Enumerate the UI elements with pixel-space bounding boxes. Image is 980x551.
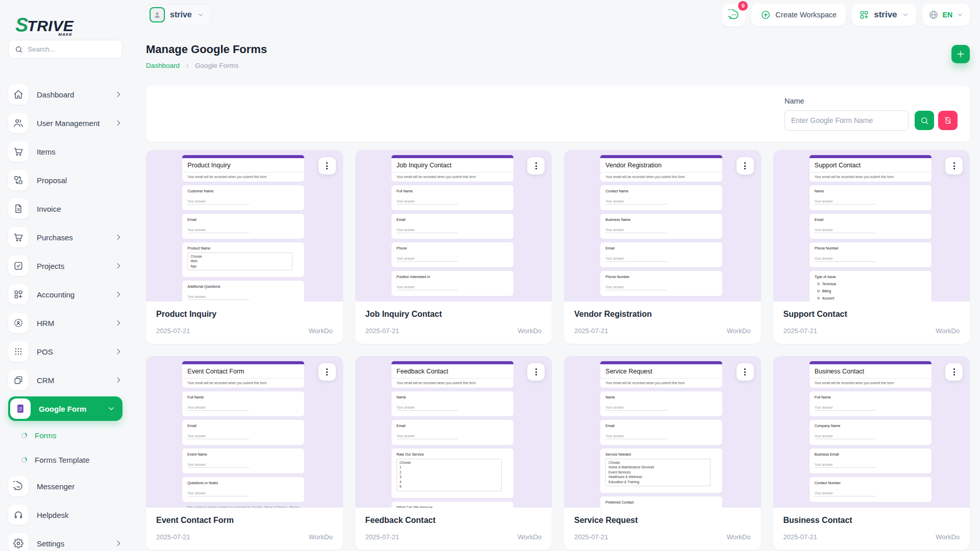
chevron-right-icon xyxy=(114,233,122,241)
form-preview[interactable]: Event Contact FormYour email will be rec… xyxy=(146,356,343,508)
sidebar-item-helpdesk[interactable]: Helpdesk xyxy=(8,500,122,529)
sidebar-item-settings[interactable]: Settings xyxy=(8,529,122,551)
card-options-button[interactable] xyxy=(945,363,963,381)
gform-field-label: Company Name xyxy=(815,424,926,428)
sidebar-item-google-form[interactable]: Google Form xyxy=(8,396,122,421)
card-owner: WorkDo xyxy=(518,533,542,541)
sidebar-subitem-forms-template[interactable]: Forms Template xyxy=(8,447,122,472)
language-select[interactable]: EN xyxy=(922,4,970,26)
chevron-right-icon xyxy=(114,90,122,98)
form-card-event-contact-form: Event Contact FormYour email will be rec… xyxy=(146,356,343,550)
form-preview[interactable]: Business ContactYour email will be recor… xyxy=(773,356,970,508)
card-options-button[interactable] xyxy=(318,363,336,381)
card-date: 2025-07-21 xyxy=(783,327,818,335)
sidebar-icon-box xyxy=(8,533,29,551)
gform-sheet: Service RequestYour email will be record… xyxy=(600,361,722,508)
sidebar-item-items[interactable]: Items xyxy=(8,137,122,166)
form-preview[interactable]: Feedback ContactYour email will be recor… xyxy=(355,356,552,508)
breadcrumb-separator-icon xyxy=(184,63,190,69)
breadcrumb-dashboard-link[interactable]: Dashboard xyxy=(146,62,180,69)
gform-field-label: Email xyxy=(187,218,299,221)
sidebar-item-label: POS xyxy=(37,347,114,356)
gform-field-label: Full Name xyxy=(187,395,299,399)
create-workspace-button[interactable]: Create Workspace xyxy=(751,4,846,26)
sidebar-item-hrm[interactable]: HRM xyxy=(8,309,122,337)
card-footer: Job Inquiry Contact2025-07-21WorkDo xyxy=(355,302,552,344)
gform-email-note: Your email will be recorded when you sub… xyxy=(391,172,513,182)
gform-radio-option: Billing xyxy=(817,289,926,293)
sidebar-item-messenger[interactable]: Messenger xyxy=(8,472,122,500)
card-options-button[interactable] xyxy=(737,157,754,174)
sidebar-item-user-management[interactable]: User Management xyxy=(8,109,122,137)
sidebar-item-dashboard[interactable]: Dashboard xyxy=(8,80,122,109)
search-input[interactable] xyxy=(28,45,118,53)
topbar: strive 0 Create Workspace strive xyxy=(131,0,980,30)
sidebar-item-accounting[interactable]: Accounting xyxy=(8,280,122,309)
gform-answer-placeholder: Your answer xyxy=(815,199,876,205)
gform-select-option: 5 xyxy=(400,484,499,489)
gform-answer-placeholder: Your answer xyxy=(187,463,249,468)
card-options-button[interactable] xyxy=(318,157,336,174)
gform-answer-placeholder: Your answer xyxy=(187,228,249,233)
gform-answer-placeholder: Your answer xyxy=(187,491,249,496)
card-options-button[interactable] xyxy=(737,363,754,381)
gform-email-note: Your email will be recorded when you sub… xyxy=(810,379,932,388)
gform-select-option: 3 xyxy=(400,474,499,479)
gform-field-label: Name xyxy=(815,189,926,193)
form-card-job-inquiry-contact: Job Inquiry ContactYour email will be re… xyxy=(355,150,552,344)
form-preview[interactable]: Product InquiryYour email will be record… xyxy=(146,150,343,302)
chevron-right-icon xyxy=(114,290,122,298)
sidebar-subitem-forms[interactable]: Forms xyxy=(8,423,122,447)
gform-sheet: Business ContactYour email will be recor… xyxy=(810,361,932,506)
form-name-input[interactable] xyxy=(785,110,909,131)
home-icon xyxy=(13,89,23,99)
card-date: 2025-07-21 xyxy=(156,533,190,541)
gform-field: NameYour answer xyxy=(810,185,932,210)
gform-field-label: Email xyxy=(187,424,299,428)
card-footer: Product Inquiry2025-07-21WorkDo xyxy=(146,302,343,344)
gform-field-label: Business Name xyxy=(605,218,717,221)
gform-select-option: Choose xyxy=(608,460,707,465)
sidebar-item-label: Invoice xyxy=(37,205,122,213)
workspace-chip[interactable]: strive xyxy=(146,4,212,26)
gform-sheet: Job Inquiry ContactYour email will be re… xyxy=(391,155,513,299)
sidebar-item-label: Settings xyxy=(37,539,114,548)
chevron-right-icon xyxy=(114,119,122,127)
sidebar-item-crm[interactable]: CRM xyxy=(8,366,122,394)
add-form-button[interactable] xyxy=(951,45,970,63)
sidebar-item-projects[interactable]: Projects xyxy=(8,252,122,280)
card-owner: WorkDo xyxy=(936,327,960,335)
gform-field: EmailYour answer xyxy=(600,420,722,445)
gform-select-option: Choose xyxy=(190,254,289,259)
gform-header-block: Business ContactYour email will be recor… xyxy=(810,361,932,388)
workspace-select[interactable]: strive xyxy=(852,4,916,26)
gear-icon xyxy=(13,538,23,548)
card-options-button[interactable] xyxy=(945,157,963,174)
filter-search-button[interactable] xyxy=(915,111,934,130)
sidebar-item-proposal[interactable]: Proposal xyxy=(8,166,122,194)
gform-field: Contact NumberYour answer xyxy=(810,477,932,502)
filter-clear-button[interactable] xyxy=(938,111,958,130)
app-root: STRIVE MAKE DashboardUser ManagementItem… xyxy=(0,0,980,551)
sidebar-item-purchases[interactable]: Purchases xyxy=(8,223,122,252)
sidebar-subitem-label: Forms Template xyxy=(35,456,89,464)
sidebar-icon-box xyxy=(8,476,29,496)
card-options-button[interactable] xyxy=(527,157,545,174)
gform-sheet: Product InquiryYour email will be record… xyxy=(182,155,304,302)
card-title: Job Inquiry Contact xyxy=(365,310,542,319)
gform-field-label: Full Name xyxy=(815,395,926,399)
form-preview[interactable]: Support ContactYour email will be record… xyxy=(773,150,970,302)
sidebar-item-invoice[interactable]: Invoice xyxy=(8,194,122,223)
form-preview[interactable]: Job Inquiry ContactYour email will be re… xyxy=(355,150,552,302)
form-preview[interactable]: Service RequestYour email will be record… xyxy=(564,356,761,508)
sidebar-item-label: User Management xyxy=(37,119,114,128)
sidebar-item-pos[interactable]: POS xyxy=(8,337,122,366)
gform-answer-placeholder: Your answer xyxy=(815,257,876,262)
form-preview[interactable]: Vendor RegistrationYour email will be re… xyxy=(564,150,761,302)
cart-icon xyxy=(13,146,23,157)
grid-plus-icon xyxy=(13,289,23,299)
brand-logo[interactable]: STRIVE MAKE xyxy=(8,6,122,36)
messages-button[interactable]: 0 xyxy=(722,4,745,27)
card-title: Product Inquiry xyxy=(156,310,333,319)
card-options-button[interactable] xyxy=(527,363,545,381)
